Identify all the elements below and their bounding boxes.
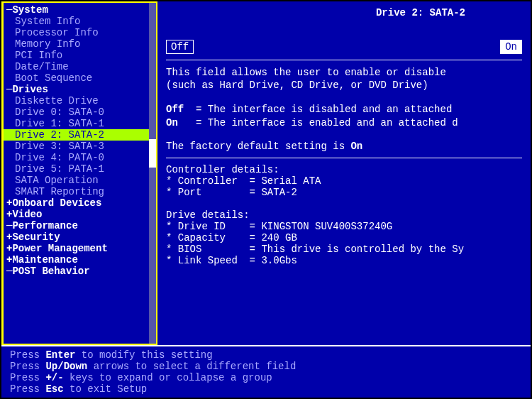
detail-line: * Link Speed = 3.0Gbs [166, 255, 522, 266]
page-title: Drive 2: SATA-2 [166, 7, 522, 18]
nav-group[interactable]: ─Drives [4, 84, 156, 95]
nav-item[interactable]: Drive 2: SATA-2 [4, 129, 156, 141]
footer-line: Press Esc to exit Setup [10, 383, 522, 395]
scrollbar-track [149, 3, 156, 344]
divider [166, 158, 522, 158]
option-descriptions: Off = The interface is disabled and an a… [166, 103, 522, 129]
nav-item[interactable]: Date/Time [4, 61, 156, 72]
nav-group[interactable]: +Maintenance [4, 254, 156, 266]
detail-line: * Controller = Serial ATA [166, 175, 522, 187]
on-label: On [166, 117, 178, 129]
detail-line: * BIOS = This drive is controlled by the… [166, 244, 522, 255]
desc-line-2: (such as Hard Drive, CD Drive, or DVD Dr… [166, 79, 522, 92]
off-label: Off [166, 104, 184, 115]
option-off[interactable]: Off [166, 40, 194, 54]
content-pane: Drive 2: SATA-2 Off On This field allows… [157, 1, 531, 345]
controller-heading: Controller details: [166, 164, 522, 175]
nav-item[interactable]: Drive 5: PATA-1 [4, 163, 156, 175]
scrollbar-thumb[interactable] [149, 139, 156, 168]
divider [166, 60, 522, 60]
default-value: On [350, 141, 362, 152]
footer-line: Press Up/Down arrows to select a differe… [10, 361, 522, 372]
nav-item[interactable]: SMART Reporting [4, 186, 156, 197]
nav-group[interactable]: +Video [4, 209, 156, 220]
nav-group[interactable]: +Power Management [4, 243, 156, 254]
option-on[interactable]: On [500, 40, 522, 54]
key-label: Enter [45, 349, 75, 361]
footer-line: Press +/- keys to expand or collapse a g… [10, 372, 522, 383]
desc-line-1: This field allows the user to enable or … [166, 66, 522, 79]
off-desc: = The interface is disabled and an attac… [196, 104, 452, 115]
bios-setup-screen: ─SystemSystem InfoProcessor InfoMemory I… [0, 0, 532, 399]
option-row: Off On [166, 40, 522, 54]
nav-item[interactable]: Memory Info [4, 38, 156, 50]
key-label: Up/Down [45, 361, 87, 372]
nav-group[interactable]: +Onboard Devices [4, 197, 156, 209]
main-area: ─SystemSystem InfoProcessor InfoMemory I… [1, 1, 531, 345]
drive-heading: Drive details: [166, 209, 522, 221]
footer-line: Press Enter to modify this setting [10, 349, 522, 361]
default-text: The factory default setting is [166, 141, 345, 152]
description: This field allows the user to enable or … [166, 66, 522, 92]
nav-group[interactable]: ─System [4, 4, 156, 16]
nav-item[interactable]: Drive 0: SATA-0 [4, 106, 156, 118]
nav-item[interactable]: Drive 3: SATA-3 [4, 141, 156, 152]
sidebar-nav[interactable]: ─SystemSystem InfoProcessor InfoMemory I… [1, 1, 157, 345]
nav-item[interactable]: SATA Operation [4, 175, 156, 186]
nav-item[interactable]: Diskette Drive [4, 95, 156, 106]
nav-item[interactable]: Drive 4: PATA-0 [4, 152, 156, 163]
off-desc-line: Off = The interface is disabled and an a… [166, 103, 522, 116]
on-desc-line: On = The interface is enabled and an att… [166, 116, 522, 129]
nav-item[interactable]: Boot Sequence [4, 72, 156, 84]
key-label: Esc [45, 383, 63, 395]
nav-group[interactable]: ─POST Behavior [4, 266, 156, 277]
nav-item[interactable]: System Info [4, 16, 156, 27]
footer-help: Press Enter to modify this settingPress … [1, 345, 531, 398]
on-desc: = The interface is enabled and an attach… [196, 117, 458, 129]
detail-line: * Port = SATA-2 [166, 187, 522, 198]
key-label: +/- [45, 372, 63, 383]
default-setting: The factory default setting is On [166, 141, 522, 152]
nav-item[interactable]: PCI Info [4, 50, 156, 61]
nav-group[interactable]: ─Performance [4, 220, 156, 231]
nav-item[interactable]: Processor Info [4, 27, 156, 38]
nav-item[interactable]: Drive 1: SATA-1 [4, 118, 156, 129]
detail-line: * Drive ID = KINGSTON SUV400S37240G [166, 221, 522, 232]
nav-group[interactable]: +Security [4, 231, 156, 243]
detail-line: * Capacity = 240 GB [166, 232, 522, 244]
